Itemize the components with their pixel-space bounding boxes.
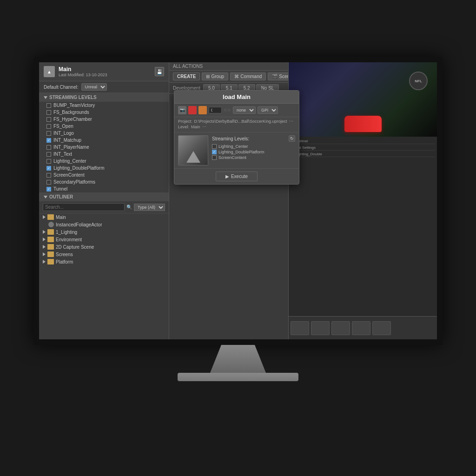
folder-icon (47, 237, 54, 242)
group-button[interactable]: ⊞ Group (202, 73, 228, 80)
group-icon: ⊞ (206, 74, 210, 79)
list-item[interactable]: BUMP_TeamVictory (39, 102, 169, 109)
type-filter-select[interactable]: Type (All) (134, 204, 165, 211)
preview-thumb-5[interactable] (372, 321, 391, 335)
list-item[interactable]: Tunnel (39, 185, 169, 192)
refresh-button[interactable]: ↻ (289, 135, 295, 142)
streaming-level-item[interactable]: Lighting_Center (212, 144, 295, 149)
checkbox-sc[interactable] (212, 155, 217, 160)
separator: ⁙⁙ (224, 108, 231, 112)
header-title: Main (59, 66, 107, 73)
preview-image: NFL (289, 62, 437, 137)
project-label: Project: (178, 119, 192, 124)
outliner-section: OUTLINER 🔍 Type (All) Main (39, 192, 169, 339)
header-subtitle: Last Modified: 13-10-2023 (59, 73, 107, 77)
checkbox-int-logo[interactable] (46, 131, 51, 136)
project-row: Project: D:\Projects\DerbyBall\D...Ball\… (178, 119, 295, 124)
checkbox-secondary[interactable] (46, 180, 51, 185)
actor-icon (48, 222, 54, 227)
streaming-level-item[interactable]: Lighting_DoublePlatform (212, 149, 295, 155)
item-label: INT_Logo (53, 131, 74, 136)
checkbox-lc[interactable] (212, 144, 217, 149)
item-label: INT_PlayerName (53, 145, 89, 150)
checkbox-fs-hype[interactable] (46, 117, 51, 122)
tree-item-label: 2D Capture Scene (56, 245, 94, 250)
search-row: 🔍 Type (All) (39, 201, 169, 213)
create-button[interactable]: CREATE (173, 73, 200, 80)
checkbox-int-matchup[interactable] (46, 138, 51, 143)
tree-item-platform[interactable]: Platform (39, 258, 169, 265)
command-label: Command (240, 74, 262, 79)
list-item[interactable]: FS_Backgrounds (39, 109, 169, 116)
execute-label: Execute (231, 174, 248, 179)
level-thumbnail (178, 135, 208, 165)
command-button[interactable]: ⌘ Command (230, 73, 266, 80)
checkbox-fs-bg[interactable] (46, 110, 51, 115)
streaming-levels-header: STREAMING LEVELS (39, 93, 169, 102)
scene-loader-icon: 🎬 (272, 74, 278, 79)
search-input[interactable] (43, 203, 125, 211)
monitor-stand-base (178, 373, 298, 381)
checkbox-fs-open[interactable] (46, 124, 51, 129)
tree-item-environment[interactable]: Environment (39, 236, 169, 243)
checkbox-bump[interactable] (46, 103, 51, 108)
tree-item-label: Environment (56, 237, 82, 242)
monitor-screen: ▲ Main Last Modified: 13-10-2023 💾 Defau… (33, 57, 443, 345)
checkbox-ldp[interactable] (212, 150, 217, 154)
dialog-controls: 📷 ⁙⁙ none GPi (174, 104, 299, 117)
checkbox-int-player[interactable] (46, 145, 51, 150)
tree-item-capture[interactable]: 2D Capture Scene (39, 243, 169, 251)
list-item[interactable]: ScreenContent (39, 172, 169, 178)
tree-item-foliage[interactable]: InstancedFoliageActor (39, 221, 169, 228)
list-item[interactable]: SecondaryPlatforms (39, 178, 169, 185)
outliner-header: OUTLINER (39, 192, 169, 201)
list-item[interactable]: Lighting_DoublePlatform (39, 165, 169, 172)
folder-icon (47, 214, 54, 220)
number-input[interactable] (209, 107, 222, 113)
preview-area: NFL Outliner World Settings (288, 62, 437, 339)
level-item-label: Lighting_Center (218, 144, 248, 149)
channel-select[interactable]: Unreal (81, 83, 107, 91)
item-label: FS_Open (53, 124, 73, 129)
item-label: ScreenContent (53, 172, 85, 178)
none-select[interactable]: none (233, 106, 256, 114)
tree-item-lighting[interactable]: 1_Lighting (39, 228, 169, 236)
list-item[interactable]: INT_Logo (39, 130, 169, 137)
tree-item-screens[interactable]: Screens (39, 251, 169, 258)
panel-header: ▲ Main Last Modified: 13-10-2023 💾 (39, 62, 169, 81)
tree-item-label: Screens (56, 252, 73, 257)
level-browse-btn[interactable]: ⋯ (202, 125, 206, 129)
tree-item-main[interactable]: Main (39, 213, 169, 221)
list-item[interactable]: INT_PlayerName (39, 144, 169, 151)
browse-btn[interactable]: ⋯ (289, 119, 293, 124)
save-button[interactable]: 💾 (155, 67, 164, 76)
dialog-footer: ▶ Execute (174, 168, 299, 184)
list-item[interactable]: INT_Matchup (39, 137, 169, 144)
checkbox-tunnel[interactable] (46, 187, 51, 192)
panel-row: Outliner (291, 139, 435, 144)
list-item[interactable]: FS_HypeChamber (39, 116, 169, 123)
list-item[interactable]: Lighting_Center (39, 158, 169, 165)
preview-thumb-3[interactable] (331, 321, 350, 335)
preview-thumb-4[interactable] (352, 321, 370, 335)
outliner-collapse-icon[interactable] (44, 196, 47, 198)
left-panel: ▲ Main Last Modified: 13-10-2023 💾 Defau… (39, 62, 169, 339)
streaming-levels-panel: Streaming Levels: ↻ Lighting_Center Ligh… (212, 135, 295, 165)
command-icon: ⌘ (234, 74, 239, 79)
item-label: BUMP_TeamVictory (53, 103, 95, 108)
checkbox-screen-content[interactable] (46, 173, 51, 178)
streaming-level-item[interactable]: ScreenContent (212, 155, 295, 160)
monitor-stand-top (210, 345, 266, 373)
thumbnail-shape (186, 151, 200, 163)
collapse-icon[interactable] (44, 96, 47, 99)
checkbox-int-text[interactable] (46, 152, 51, 157)
preview-thumb-1[interactable] (291, 321, 309, 335)
header-info: Main Last Modified: 13-10-2023 (59, 66, 107, 77)
gpi-select[interactable]: GPi (258, 106, 278, 114)
list-item[interactable]: FS_Open (39, 123, 169, 130)
execute-button[interactable]: ▶ Execute (216, 172, 258, 181)
checkbox-lighting-double[interactable] (46, 166, 51, 171)
list-item[interactable]: INT_Text (39, 151, 169, 158)
preview-thumb-2[interactable] (311, 321, 330, 335)
checkbox-lighting-center[interactable] (46, 159, 51, 164)
